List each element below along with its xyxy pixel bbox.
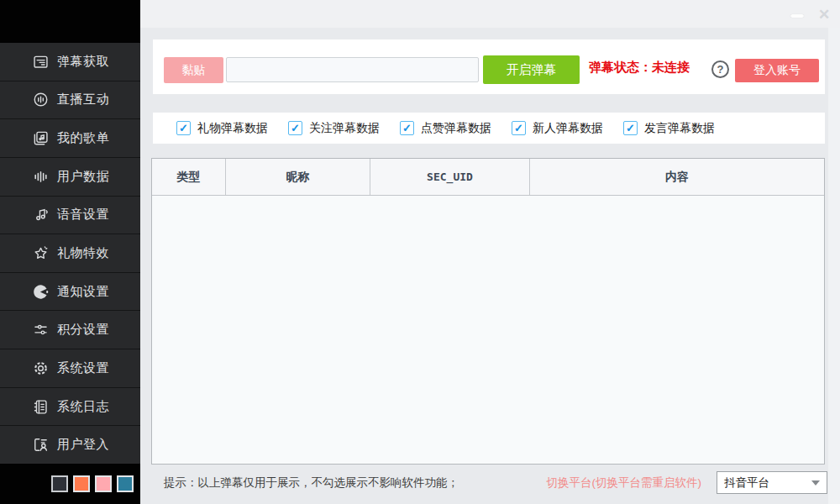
sidebar-item-live-interaction[interactable]: 直播互动 <box>0 81 140 119</box>
column-header-content: 内容 <box>530 159 824 195</box>
sliders-icon <box>32 321 50 339</box>
close-icon: ✕ <box>818 6 830 24</box>
user-login-icon <box>32 436 50 454</box>
filter-newcomer-danmaku[interactable]: ✓ 新人弹幕数据 <box>512 121 603 136</box>
titlebar <box>140 0 840 28</box>
sidebar-item-user-data[interactable]: 用户数据 <box>0 157 140 196</box>
filter-follow-danmaku[interactable]: ✓ 关注弹幕数据 <box>288 121 380 136</box>
sidebar-item-label: 我的歌单 <box>57 130 109 146</box>
checkbox-checked-icon[interactable]: ✓ <box>176 121 191 135</box>
sidebar-item-label: 用户登入 <box>57 437 109 453</box>
danmaku-status-text: 弹幕状态：未连接 <box>589 60 690 76</box>
help-button[interactable]: ? <box>711 60 729 78</box>
column-header-type: 类型 <box>152 159 226 195</box>
sidebar-item-gift-effects[interactable]: 礼物特效 <box>0 234 140 272</box>
start-danmaku-button[interactable]: 开启弹幕 <box>483 55 580 84</box>
switch-platform-link[interactable]: 切换平台(切换平台需重启软件) <box>533 475 701 491</box>
star-icon <box>32 244 50 262</box>
sidebar-item-label: 系统日志 <box>57 399 109 415</box>
music-note-icon <box>32 206 50 223</box>
sidebar-item-user-login[interactable]: 用户登入 <box>0 425 140 464</box>
sidebar-item-label: 积分设置 <box>57 322 109 338</box>
minimize-button[interactable] <box>786 7 808 25</box>
sidebar-item-label: 弹幕获取 <box>57 54 109 70</box>
theme-swatch-bar <box>0 464 140 504</box>
playlist-icon <box>32 129 50 147</box>
theme-swatch-pink[interactable] <box>95 475 112 492</box>
checkbox-checked-icon[interactable]: ✓ <box>288 121 302 135</box>
sidebar-item-notification-settings[interactable]: 通知设置 <box>0 272 140 311</box>
room-url-input[interactable] <box>226 57 479 82</box>
login-account-button[interactable]: 登入账号 <box>735 59 819 82</box>
filter-label: 礼物弹幕数据 <box>197 121 268 136</box>
sidebar-item-points-settings[interactable]: 积分设置 <box>0 310 140 349</box>
theme-swatch-orange[interactable] <box>73 475 90 492</box>
danmaku-list-icon <box>32 53 50 71</box>
platform-select[interactable]: 抖音平台 <box>717 471 827 494</box>
sidebar-item-label: 直播互动 <box>57 92 109 108</box>
close-button[interactable]: ✕ <box>812 3 836 25</box>
sidebar-item-system-log[interactable]: 系统日志 <box>0 387 140 426</box>
checkbox-checked-icon[interactable]: ✓ <box>400 121 414 135</box>
gear-icon <box>32 360 50 377</box>
dropdown-caret-icon <box>811 480 820 486</box>
filter-like-danmaku[interactable]: ✓ 点赞弹幕数据 <box>400 121 491 136</box>
sidebar: 弹幕获取 直播互动 我的歌单 用户数据 语音设置 <box>0 0 140 504</box>
filter-label: 新人弹幕数据 <box>533 121 603 136</box>
column-header-sec-uid: SEC_UID <box>370 159 530 195</box>
sidebar-item-label: 礼物特效 <box>57 245 109 261</box>
theme-swatch-dark[interactable] <box>51 475 68 492</box>
sidebar-item-voice-settings[interactable]: 语音设置 <box>0 196 140 234</box>
minimize-icon <box>790 14 804 18</box>
checkbox-checked-icon[interactable]: ✓ <box>623 121 638 135</box>
table-header-row: 类型 昵称 SEC_UID 内容 <box>152 159 824 196</box>
sidebar-item-label: 用户数据 <box>57 169 109 185</box>
notebook-icon <box>32 398 50 416</box>
footer-hint-text: 提示：以上弹幕仅用于展示，不勾选展示不影响软件功能； <box>164 475 459 491</box>
sidebar-item-danmaku-fetch[interactable]: 弹幕获取 <box>0 43 140 81</box>
sidebar-item-label: 系统设置 <box>57 360 109 376</box>
filter-chat-danmaku[interactable]: ✓ 发言弹幕数据 <box>623 121 715 136</box>
theme-swatch-teal[interactable] <box>117 475 134 492</box>
checkbox-checked-icon[interactable]: ✓ <box>512 121 526 135</box>
sidebar-item-label: 语音设置 <box>57 207 109 223</box>
toolbar-panel: 黏贴 开启弹幕 弹幕状态：未连接 ? 登入账号 <box>153 39 825 94</box>
column-header-nickname: 昵称 <box>226 159 370 195</box>
sidebar-header-space <box>0 0 140 43</box>
danmaku-table: 类型 昵称 SEC_UID 内容 <box>151 158 825 465</box>
sidebar-item-my-playlist[interactable]: 我的歌单 <box>0 118 140 157</box>
speaker-pacman-icon <box>32 283 50 301</box>
filter-label: 关注弹幕数据 <box>309 121 380 136</box>
question-mark-icon: ? <box>717 63 724 76</box>
filter-label: 点赞弹幕数据 <box>421 121 491 136</box>
sidebar-item-label: 通知设置 <box>57 284 109 300</box>
filter-label: 发言弹幕数据 <box>644 121 715 136</box>
sidebar-item-system-settings[interactable]: 系统设置 <box>0 349 140 387</box>
platform-selected-value: 抖音平台 <box>724 475 811 491</box>
table-body-empty <box>152 196 824 464</box>
sidebar-menu: 弹幕获取 直播互动 我的歌单 用户数据 语音设置 <box>0 43 140 464</box>
window-right-edge <box>828 28 840 504</box>
filter-gift-danmaku[interactable]: ✓ 礼物弹幕数据 <box>176 121 268 136</box>
filter-bar: ✓ 礼物弹幕数据 ✓ 关注弹幕数据 ✓ 点赞弹幕数据 ✓ 新人弹幕数据 ✓ 发言… <box>153 113 825 144</box>
live-interaction-icon <box>32 91 50 108</box>
paste-button[interactable]: 黏贴 <box>164 57 223 83</box>
equalizer-bars-icon <box>32 168 50 186</box>
